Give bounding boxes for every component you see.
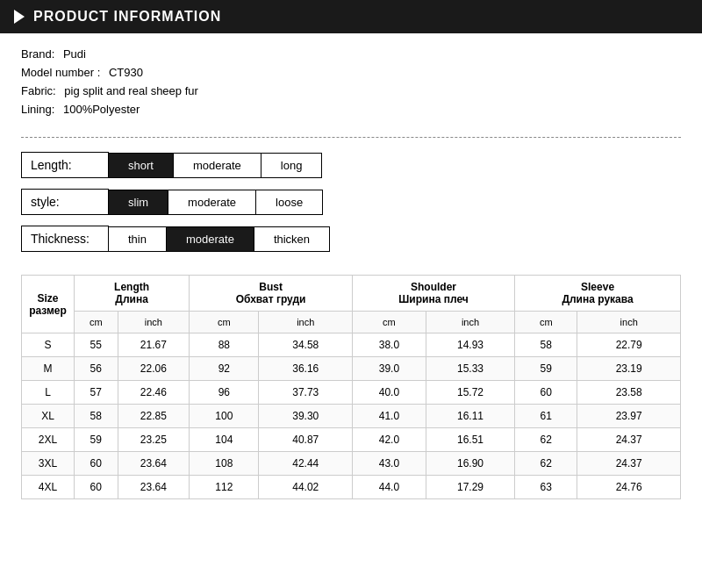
length-label: Length: [21, 152, 109, 178]
table-cell: 62 [515, 428, 577, 452]
model-row: Model number : CT930 [21, 66, 681, 79]
table-cell: 16.51 [426, 428, 514, 452]
brand-label: Brand: [21, 47, 54, 61]
size-table-body: S5521.678834.5838.014.935822.79M5622.069… [22, 333, 681, 499]
table-row: 3XL6023.6410842.4443.016.906224.37 [22, 452, 681, 476]
table-row: 2XL5923.2510440.8742.016.516224.37 [22, 428, 681, 452]
table-cell: 36.16 [259, 357, 353, 381]
sleeve-inch-header: inch [577, 312, 681, 333]
table-cell: 23.64 [118, 452, 190, 476]
bust-cm-header: cm [190, 312, 259, 333]
table-cell: 88 [190, 333, 259, 357]
table-row: XL5822.8510039.3041.016.116123.97 [22, 405, 681, 428]
length-inch-header: inch [118, 312, 190, 333]
thickness-option-thicken[interactable]: thicken [254, 227, 329, 251]
table-row: 4XL6023.6411244.0244.017.296324.76 [22, 476, 681, 499]
style-option-moderate[interactable]: moderate [168, 190, 256, 214]
fabric-value: pig split and real sheep fur [64, 84, 197, 97]
table-cell: 16.11 [426, 405, 514, 428]
table-cell: 44.0 [352, 476, 426, 499]
table-cell: 59 [515, 357, 577, 381]
table-cell: 14.93 [426, 333, 514, 357]
table-cell: L [22, 381, 75, 405]
thickness-option-thin[interactable]: thin [109, 227, 167, 251]
table-row: S5521.678834.5838.014.935822.79 [22, 333, 681, 357]
length-option-long[interactable]: long [261, 154, 322, 177]
table-header-row: Sizeразмер LengthДлина BustОбхват груди … [22, 276, 681, 312]
shoulder-header: ShoulderШирина плеч [352, 276, 514, 312]
table-cell: XL [22, 405, 75, 428]
table-cell: 43.0 [352, 452, 426, 476]
table-cell: 38.0 [352, 333, 426, 357]
table-cell: 59 [75, 428, 118, 452]
table-cell: 62 [515, 452, 577, 476]
table-cell: 61 [515, 405, 577, 428]
table-cell: 60 [515, 381, 577, 405]
table-cell: 104 [190, 428, 259, 452]
thickness-option-moderate[interactable]: moderate [167, 227, 254, 251]
table-cell: M [22, 357, 75, 381]
header-bar: PRODUCT INFORMATION [0, 0, 702, 33]
size-table-section: Sizeразмер LengthДлина BustОбхват груди … [0, 268, 702, 513]
table-cell: 60 [75, 452, 118, 476]
thickness-selector-row: Thickness: thin moderate thicken [21, 226, 681, 252]
table-cell: 92 [190, 357, 259, 381]
brand-row: Brand: Pudi [21, 47, 681, 61]
length-option-moderate[interactable]: moderate [174, 154, 261, 177]
product-info-section: Brand: Pudi Model number : CT930 Fabric:… [0, 33, 702, 128]
table-cell: 4XL [22, 476, 75, 499]
table-cell: 96 [190, 381, 259, 405]
table-cell: 23.58 [577, 381, 681, 405]
table-cell: S [22, 333, 75, 357]
table-cell: 34.58 [259, 333, 353, 357]
table-cell: 41.0 [352, 405, 426, 428]
table-cell: 24.37 [577, 452, 681, 476]
lining-label: Lining: [21, 103, 54, 116]
bust-header: BustОбхват груди [190, 276, 353, 312]
lining-row: Lining: 100%Polyester [21, 103, 681, 116]
shoulder-inch-header: inch [426, 312, 514, 333]
table-cell: 58 [515, 333, 577, 357]
length-cm-header: cm [75, 312, 118, 333]
table-cell: 40.87 [259, 428, 353, 452]
table-cell: 63 [515, 476, 577, 499]
table-cell: 23.19 [577, 357, 681, 381]
divider [21, 137, 681, 138]
table-cell: 58 [75, 405, 118, 428]
thickness-options: thin moderate thicken [109, 226, 330, 252]
table-cell: 60 [75, 476, 118, 499]
length-selector-row: Length: short moderate long [21, 152, 681, 178]
fabric-label: Fabric: [21, 84, 56, 97]
table-cell: 112 [190, 476, 259, 499]
header-title: PRODUCT INFORMATION [33, 9, 221, 25]
model-value: CT930 [109, 66, 143, 79]
table-cell: 15.33 [426, 357, 514, 381]
table-cell: 2XL [22, 428, 75, 452]
table-cell: 22.46 [118, 381, 190, 405]
style-option-slim[interactable]: slim [109, 190, 168, 214]
selector-section: Length: short moderate long style: slim … [0, 147, 702, 268]
table-cell: 56 [75, 357, 118, 381]
table-cell: 15.72 [426, 381, 514, 405]
size-header: Sizeразмер [22, 276, 75, 333]
model-label: Model number : [21, 66, 100, 79]
bust-inch-header: inch [259, 312, 353, 333]
table-subheader-row: cm inch cm inch cm inch cm inch [22, 312, 681, 333]
triangle-icon [14, 10, 25, 24]
style-selector-row: style: slim moderate loose [21, 189, 681, 215]
lining-value: 100%Polyester [63, 103, 140, 116]
brand-value: Pudi [63, 47, 86, 61]
length-option-short[interactable]: short [109, 154, 174, 177]
style-option-loose[interactable]: loose [256, 190, 322, 214]
table-cell: 44.02 [259, 476, 353, 499]
sleeve-cm-header: cm [515, 312, 577, 333]
length-header: LengthДлина [75, 276, 190, 312]
table-row: M5622.069236.1639.015.335923.19 [22, 357, 681, 381]
shoulder-cm-header: cm [352, 312, 426, 333]
table-cell: 22.85 [118, 405, 190, 428]
table-cell: 23.97 [577, 405, 681, 428]
table-cell: 42.44 [259, 452, 353, 476]
table-cell: 22.79 [577, 333, 681, 357]
table-cell: 21.67 [118, 333, 190, 357]
sleeve-header: SleeveДлина рукава [515, 276, 681, 312]
